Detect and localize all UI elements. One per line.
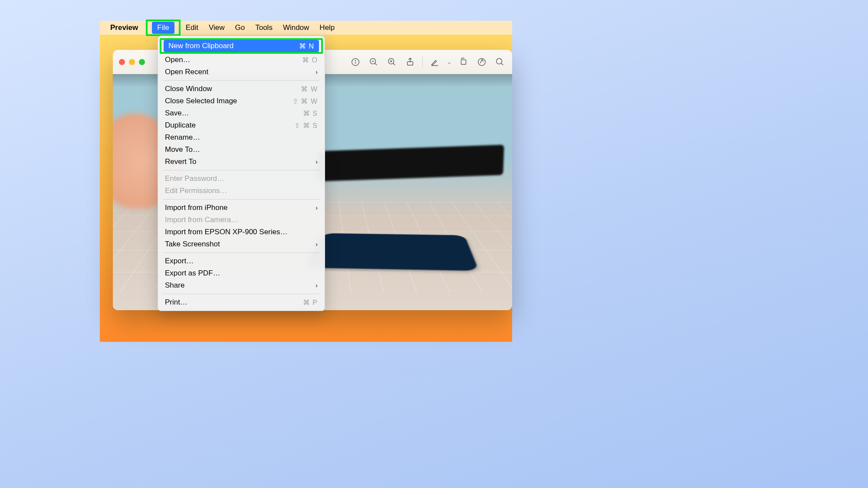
menu-item-duplicate[interactable]: Duplicate⇧ ⌘ S — [158, 119, 325, 131]
phone-photo — [304, 233, 479, 271]
chevron-right-icon: › — [316, 241, 318, 248]
rotate-icon[interactable] — [457, 56, 470, 68]
svg-line-4 — [375, 63, 377, 65]
app-name[interactable]: Preview — [110, 23, 138, 32]
menu-item-label: Import from Camera… — [165, 216, 318, 224]
menu-item-label: Rename… — [165, 133, 318, 142]
chevron-right-icon: › — [316, 282, 318, 289]
menu-item-label: Move To… — [165, 145, 318, 154]
menu-item-move-to[interactable]: Move To… — [158, 144, 325, 156]
menu-item-label: Import from EPSON XP-900 Series… — [165, 228, 318, 236]
chevron-down-icon[interactable]: ⌄ — [447, 59, 451, 65]
menu-item-label: Share — [165, 281, 316, 290]
menu-shortcut: ⌘ W — [301, 85, 318, 93]
toolbar-separator — [422, 57, 423, 67]
menu-item-label: Enter Password… — [165, 174, 318, 183]
menu-tools[interactable]: Tools — [250, 22, 278, 34]
menu-shortcut: ⌘ P — [303, 298, 318, 307]
menu-go[interactable]: Go — [230, 22, 250, 34]
menu-item-label: Duplicate — [165, 121, 294, 130]
info-icon[interactable] — [349, 56, 362, 68]
menu-item-import-from-iphone[interactable]: Import from iPhone› — [158, 202, 325, 214]
markup-icon[interactable] — [476, 56, 488, 68]
menu-item-label: Close Selected Image — [165, 97, 293, 105]
menu-divider — [163, 252, 319, 253]
menu-divider — [163, 294, 319, 294]
menu-item-open[interactable]: Open…⌘ O — [158, 54, 325, 66]
menu-item-label: Export as PDF… — [165, 269, 318, 278]
menubar: Preview File Edit View Go Tools Window H… — [100, 21, 512, 35]
menu-item-save[interactable]: Save…⌘ S — [158, 107, 325, 119]
chevron-right-icon: › — [316, 69, 318, 75]
fullscreen-button[interactable] — [139, 59, 145, 65]
menu-divider — [163, 170, 319, 170]
menu-shortcut: ⌘ N — [299, 42, 314, 50]
menu-item-print[interactable]: Print…⌘ P — [158, 296, 325, 308]
minimize-button[interactable] — [129, 59, 135, 65]
svg-point-14 — [496, 58, 502, 64]
menu-file[interactable]: File — [146, 20, 180, 36]
menu-item-label: Revert To — [165, 157, 316, 166]
svg-line-7 — [393, 63, 395, 65]
menu-view[interactable]: View — [204, 22, 230, 34]
menu-item-revert-to[interactable]: Revert To› — [158, 156, 325, 168]
menu-item-label: Save… — [165, 109, 303, 118]
search-icon[interactable] — [494, 56, 506, 68]
menu-shortcut: ⌘ O — [302, 56, 318, 64]
menu-divider — [163, 80, 319, 81]
chevron-right-icon: › — [316, 204, 318, 211]
chevron-right-icon: › — [316, 158, 318, 165]
menu-item-import-from-camera: Import from Camera… — [158, 214, 325, 226]
menu-divider — [163, 199, 319, 200]
zoom-out-icon[interactable] — [368, 56, 380, 68]
menu-item-take-screenshot[interactable]: Take Screenshot› — [158, 238, 325, 250]
menu-shortcut: ⌘ S — [303, 109, 318, 118]
menu-shortcut: ⇧ ⌘ S — [294, 121, 318, 130]
svg-rect-12 — [461, 59, 466, 64]
menu-edit[interactable]: Edit — [181, 22, 204, 34]
zoom-in-icon[interactable] — [386, 56, 398, 68]
svg-point-2 — [355, 60, 355, 60]
menu-item-label: Import from iPhone — [165, 203, 316, 212]
menu-item-close-selected-image[interactable]: Close Selected Image⇧ ⌘ W — [158, 95, 325, 107]
menu-item-enter-password: Enter Password… — [158, 173, 325, 185]
menu-item-label: Close Window — [165, 85, 301, 93]
highlight-icon[interactable] — [429, 56, 441, 68]
share-icon[interactable] — [404, 56, 416, 68]
menu-item-export[interactable]: Export… — [158, 255, 325, 267]
menu-window[interactable]: Window — [278, 22, 314, 34]
menu-item-close-window[interactable]: Close Window⌘ W — [158, 83, 325, 95]
menu-item-label: Open… — [165, 56, 302, 64]
menu-file-label: File — [152, 22, 174, 34]
menu-item-rename[interactable]: Rename… — [158, 131, 325, 144]
svg-line-15 — [501, 63, 503, 65]
menu-item-label: Open Recent — [165, 68, 316, 76]
menu-item-open-recent[interactable]: Open Recent› — [158, 66, 325, 78]
close-button[interactable] — [119, 59, 125, 65]
menu-item-label: New from Clipboard — [168, 42, 299, 50]
menu-shortcut: ⇧ ⌘ W — [293, 97, 318, 105]
highlight-new-from-clipboard: New from Clipboard⌘ N — [160, 38, 323, 54]
menu-help[interactable]: Help — [314, 22, 340, 34]
menu-item-label: Edit Permissions… — [165, 187, 318, 195]
menu-item-import-from-epson-xp-900-series[interactable]: Import from EPSON XP-900 Series… — [158, 226, 325, 238]
menu-item-share[interactable]: Share› — [158, 279, 325, 291]
window-controls — [119, 59, 145, 65]
menu-item-edit-permissions: Edit Permissions… — [158, 185, 325, 197]
file-menu-dropdown: New from Clipboard⌘ NOpen…⌘ OOpen Recent… — [158, 36, 325, 311]
menu-item-label: Take Screenshot — [165, 240, 316, 249]
menu-item-label: Print… — [165, 298, 303, 307]
menu-item-label: Export… — [165, 257, 318, 265]
laptop-photo — [316, 145, 504, 182]
menu-item-export-as-pdf[interactable]: Export as PDF… — [158, 267, 325, 279]
menu-item-new-from-clipboard[interactable]: New from Clipboard⌘ N — [164, 40, 319, 52]
